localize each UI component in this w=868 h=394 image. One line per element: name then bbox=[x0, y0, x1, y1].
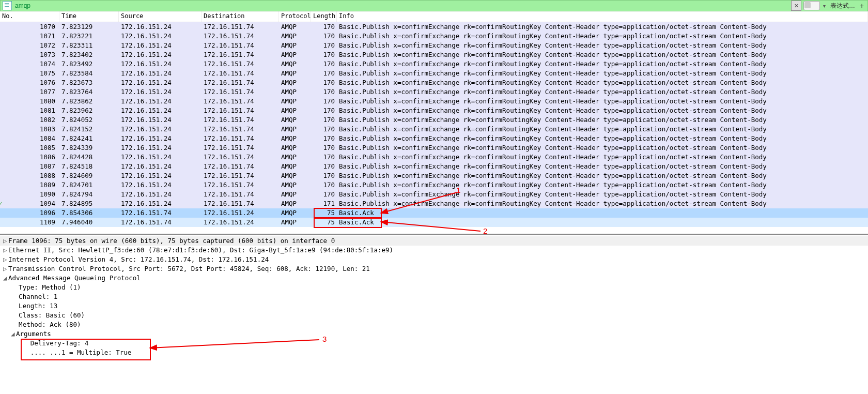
packet-row[interactable]: 10837.824152172.16.151.24172.16.151.74AM… bbox=[0, 125, 868, 134]
col-time[interactable]: Time bbox=[59, 11, 119, 22]
display-filter-bar: ✕ ▾ 表达式… + bbox=[0, 0, 868, 11]
tree-ip[interactable]: ▷Internet Protocol Version 4, Src: 172.1… bbox=[0, 255, 868, 264]
col-source[interactable]: Source bbox=[119, 11, 202, 22]
packet-row[interactable]: 10887.824609172.16.151.24172.16.151.74AM… bbox=[0, 171, 868, 180]
packet-row[interactable]: 10717.823221172.16.151.24172.16.151.74AM… bbox=[0, 32, 868, 41]
col-info[interactable]: Info bbox=[337, 11, 868, 22]
col-destination[interactable]: Destination bbox=[202, 11, 279, 22]
packet-details-pane[interactable]: ▷Frame 1096: 75 bytes on wire (600 bits)… bbox=[0, 235, 868, 385]
packet-row[interactable]: 10877.824518172.16.151.24172.16.151.74AM… bbox=[0, 162, 868, 171]
packet-row[interactable]: 10737.823402172.16.151.24172.16.151.74AM… bbox=[0, 50, 868, 59]
packet-row[interactable]: 10967.854306172.16.151.74172.16.151.24AM… bbox=[0, 208, 868, 218]
tree-multiple[interactable]: .... ...1 = Multiple: True bbox=[0, 348, 868, 357]
tree-method[interactable]: Method: Ack (80) bbox=[0, 320, 868, 329]
packet-row[interactable]: 10807.823862172.16.151.24172.16.151.74AM… bbox=[0, 97, 868, 106]
packet-list-pane: No. Time Source Destination Protocol Len… bbox=[0, 11, 868, 235]
packet-row[interactable]: 10767.823673172.16.151.24172.16.151.74AM… bbox=[0, 78, 868, 87]
tree-frame[interactable]: ▷Frame 1096: 75 bytes on wire (600 bits)… bbox=[0, 236, 868, 246]
col-length[interactable]: Length bbox=[311, 11, 337, 22]
display-filter-input[interactable] bbox=[14, 2, 790, 9]
packet-row[interactable]: 10947.824895172.16.151.24172.16.151.74AM… bbox=[0, 199, 868, 208]
packet-row[interactable]: 10857.824339172.16.151.24172.16.151.74AM… bbox=[0, 143, 868, 153]
packet-row[interactable]: 10907.824794172.16.151.24172.16.151.74AM… bbox=[0, 190, 868, 199]
filter-toggle[interactable] bbox=[803, 1, 820, 10]
col-no[interactable]: No. bbox=[0, 11, 59, 22]
packet-row[interactable]: 10897.824701172.16.151.24172.16.151.74AM… bbox=[0, 180, 868, 190]
tree-class[interactable]: Class: Basic (60) bbox=[0, 311, 868, 320]
packet-row[interactable]: 10707.823129172.16.151.24172.16.151.74AM… bbox=[0, 22, 868, 32]
packet-row[interactable]: 11097.946040172.16.151.74172.16.151.24AM… bbox=[0, 218, 868, 227]
tree-type[interactable]: Type: Method (1) bbox=[0, 283, 868, 292]
tree-arguments[interactable]: ◢Arguments bbox=[0, 329, 868, 339]
packet-row[interactable]: 10847.824241172.16.151.24172.16.151.74AM… bbox=[0, 134, 868, 143]
packet-row[interactable]: 10867.824428172.16.151.24172.16.151.74AM… bbox=[0, 153, 868, 162]
filter-clear-button[interactable]: ✕ bbox=[791, 1, 801, 11]
filter-bookmark-icon[interactable] bbox=[3, 1, 12, 10]
packet-row[interactable]: 10727.823311172.16.151.24172.16.151.74AM… bbox=[0, 41, 868, 50]
col-protocol[interactable]: Protocol bbox=[279, 11, 311, 22]
packet-list-scroll[interactable]: No. Time Source Destination Protocol Len… bbox=[0, 11, 868, 234]
tree-tcp[interactable]: ▷Transmission Control Protocol, Src Port… bbox=[0, 264, 868, 274]
packet-row[interactable]: 10777.823764172.16.151.24172.16.151.74AM… bbox=[0, 87, 868, 97]
tree-channel[interactable]: Channel: 1 bbox=[0, 292, 868, 301]
filter-expression-link[interactable]: 表达式… bbox=[830, 2, 855, 10]
packet-row[interactable]: 10747.823492172.16.151.24172.16.151.74AM… bbox=[0, 59, 868, 69]
packet-list-header[interactable]: No. Time Source Destination Protocol Len… bbox=[0, 11, 868, 22]
tree-length[interactable]: Length: 13 bbox=[0, 301, 868, 311]
tree-ethernet[interactable]: ▷Ethernet II, Src: HewlettP_f3:de:60 (78… bbox=[0, 246, 868, 255]
packet-row[interactable]: 10757.823584172.16.151.24172.16.151.74AM… bbox=[0, 69, 868, 78]
filter-add-button[interactable]: + bbox=[858, 2, 867, 10]
packet-row[interactable]: 10817.823962172.16.151.24172.16.151.74AM… bbox=[0, 106, 868, 115]
tree-amqp[interactable]: ◢Advanced Message Queueing Protocol bbox=[0, 274, 868, 283]
packet-row[interactable]: 10827.824052172.16.151.24172.16.151.74AM… bbox=[0, 115, 868, 125]
tree-delivery-tag[interactable]: Delivery-Tag: 4 bbox=[0, 339, 868, 348]
filter-dropdown-icon[interactable]: ▾ bbox=[821, 3, 827, 9]
